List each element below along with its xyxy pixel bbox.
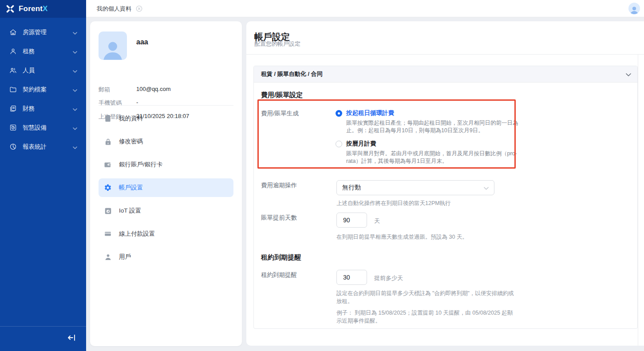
wallet-icon [104,161,112,169]
sidebar-item-contract-files[interactable]: 契約檔案 [0,80,86,99]
sidebar-item-label: 租務 [23,47,35,55]
info-label: 郵箱 [99,86,110,93]
bill-days-input[interactable] [336,213,367,228]
billing-generation-label: 費用/賬單生成 [261,110,299,118]
profile-menu-iot-settings[interactable]: IoT 設置 [90,199,242,222]
radio-option-description: 賬單按實際起租日產生；每期由起租日開始，至次月相同日的前一日為止。例：起租日為每… [346,119,520,134]
chevron-down-icon [73,105,77,113]
sidebar-item-smart-devices[interactable]: 智慧設備 [0,118,86,137]
profile-menu: 我的資料 修改密碼 銀行賬戶/銀行卡 帳 [90,107,242,268]
folder-icon [9,86,17,93]
sidebar-item-label: 報表統計 [23,143,47,151]
profile-menu-label: 我的資料 [119,114,143,122]
divider [99,105,233,106]
bill-days-helper: 在到期日前提早相應天數生成並過賬。預設為 30 天。 [336,233,514,241]
id-card-icon [104,114,112,122]
profile-menu-label: 用戶 [119,253,131,261]
chevron-down-icon[interactable] [626,70,631,78]
radio-option-label: 按曆月計費 [346,140,376,148]
brand-logo[interactable]: ForentX [0,0,86,18]
sidebar: ForentX 房源管理 租務 人員 [0,0,86,351]
lease-reminder-label: 租約到期提醒 [261,271,297,279]
sidebar-item-label: 財務 [23,105,35,113]
lease-reminder-helper: 設定在合約到期日前提早多少天標註為 "合約即將到期"，以便安排續約或放租。 [336,290,514,305]
forentx-logo-icon [6,4,15,13]
lease-expiry-section-title: 租約到期提醒 [261,253,301,262]
profile-card: aaa 郵箱 100@qq.com 手機號碼 - 上次登錄 21/10/2025… [90,21,242,346]
profile-info-row: 手機號碼 - [99,99,232,108]
profile-menu-change-password[interactable]: 修改密碼 [90,130,242,153]
divider [246,54,644,55]
chevron-down-icon [73,47,77,55]
chevron-down-icon [73,28,77,36]
bill-days-suffix: 天 [374,217,380,225]
sidebar-menu: 房源管理 租務 人員 契約檔案 [0,23,86,156]
radio-calendar-month[interactable]: 按曆月計費 [336,140,376,148]
pie-chart-icon [9,143,17,150]
info-value: 100@qq.com [136,86,171,92]
sidebar-item-label: 房源管理 [23,28,47,36]
profile-name: aaa [136,38,148,46]
select-value: 無行動 [342,184,361,192]
tab-my-profile[interactable]: 我的個人資料 [97,0,142,17]
collapse-sidebar-button[interactable] [67,334,76,343]
scrollbar-track[interactable] [638,54,638,346]
radio-rent-start-cycle[interactable]: 按起租日循環計費 [336,109,394,117]
sidebar-item-property-management[interactable]: 房源管理 [0,23,86,42]
panel-header-collapse[interactable]: 租賃 / 賬單自動化 / 合同 [254,66,637,83]
profile-menu-users[interactable]: 用戶 [90,245,242,268]
radio-option-label: 按起租日循環計費 [346,109,394,117]
avatar-person-icon [101,39,124,60]
chevron-down-icon [73,143,77,151]
overdue-action-select[interactable]: 無行動 [336,180,494,195]
profile-menu-label: IoT 設置 [119,207,141,215]
profile-menu-label: 線上付款設置 [119,230,155,238]
lease-reminder-example: 例子： 到期日為 15/08/2025；設置提前 10 天提醒，由 05/08/… [336,309,514,325]
close-tab-icon[interactable] [136,5,142,12]
lease-reminder-suffix: 提前多少天 [374,274,403,282]
sidebar-item-label: 智慧設備 [23,124,47,132]
credit-card-icon [104,230,112,238]
bill-days-label: 賬單提前天數 [261,214,297,222]
info-value: - [136,99,138,106]
radio-option-description: 賬單與曆月對齊。若由月中或月底開始，首月及尾月按日數比例（pro-rata）計算… [346,150,520,165]
smart-device-icon [9,124,17,131]
sidebar-item-finance[interactable]: 財務 [0,99,86,118]
brand-forent: Forent [19,4,43,13]
avatar-person-icon [629,5,639,14]
panel-header-label: 租賃 / 賬單自動化 / 合同 [261,70,323,78]
account-settings-main: 帳戶設定 配置您的帳戶設定 租賃 / 賬單自動化 / 合同 費用/賬單設定 費用… [246,21,644,346]
sidebar-footer [0,326,86,351]
profile-avatar [99,32,127,60]
sidebar-item-tenancy[interactable]: 租務 [0,42,86,61]
chevron-down-icon [484,184,489,191]
sidebar-item-personnel[interactable]: 人員 [0,61,86,80]
radio-unselected-icon[interactable] [336,141,342,147]
user-icon [9,47,17,55]
collapse-arrow-icon [67,334,76,341]
profile-menu-bank-account[interactable]: 銀行賬戶/銀行卡 [90,153,242,176]
lease-reminder-input[interactable] [336,270,367,285]
tab-label: 我的個人資料 [97,5,131,13]
profile-menu-label: 帳戶設置 [119,184,143,192]
profile-menu-label: 銀行賬戶/銀行卡 [119,161,162,169]
billing-section-title: 費用/賬單設定 [261,91,303,99]
brand-text: ForentX [19,4,48,13]
profile-info-row: 郵箱 100@qq.com [99,86,232,95]
sidebar-item-label: 人員 [23,67,35,75]
sidebar-item-label: 契約檔案 [23,86,47,94]
sidebar-item-reports[interactable]: 報表統計 [0,137,86,156]
brand-x: X [43,4,48,13]
profile-menu-my-info[interactable]: 我的資料 [90,107,242,130]
users-icon [9,67,17,74]
radio-selected-icon[interactable] [336,110,342,117]
home-icon [9,28,17,36]
profile-menu-account-settings[interactable]: 帳戶設置 [90,176,242,199]
invoice-icon [9,105,17,112]
overdue-action-label: 費用逾期操作 [261,181,297,189]
user-avatar[interactable] [628,3,640,14]
profile-menu-online-payment[interactable]: 線上付款設置 [90,222,242,245]
page-subtitle: 配置您的帳戶設定 [254,40,300,48]
billing-automation-panel: 租賃 / 賬單自動化 / 合同 費用/賬單設定 費用/賬單生成 按起租日循環計費… [253,66,638,329]
chevron-down-icon [73,67,77,75]
